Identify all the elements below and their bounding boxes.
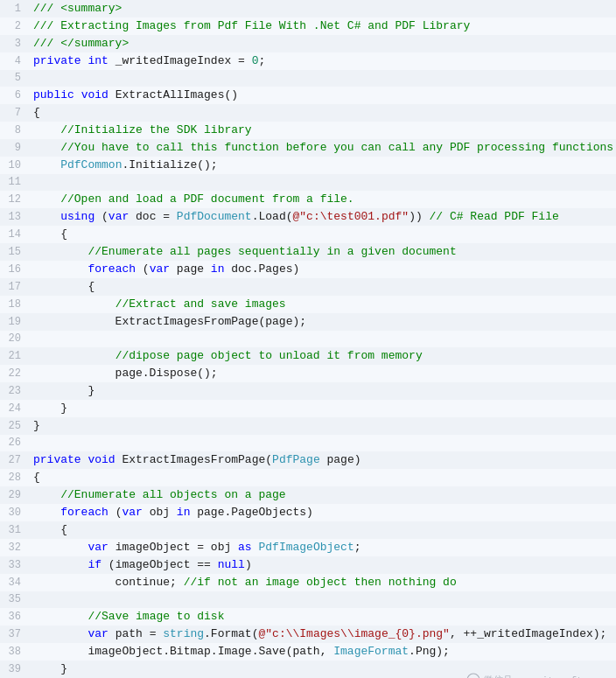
cmt-token: //Open and load a PDF document from a fi… — [60, 192, 354, 206]
line-number: 6 — [0, 87, 28, 104]
kw2-token: PdfImageObject — [258, 541, 354, 554]
plain-token: imageObject.Bitmap.Image.Save(path, — [33, 645, 333, 658]
code-line: 13 using (var doc = PdfDocument.Load(@"c… — [0, 208, 616, 226]
plain-token: page.Dispose(); — [33, 367, 218, 380]
line-number: 3 — [0, 36, 28, 52]
line-content: //dipose page object to unload it from m… — [28, 347, 423, 364]
cmt-token: /// <summary> — [33, 2, 122, 15]
line-number: 26 — [0, 435, 28, 451]
plain-token — [33, 488, 60, 501]
plain-token — [33, 506, 60, 519]
plain-token: (imageObject == — [102, 558, 218, 571]
code-line: 27private void ExtractImagesFromPage(Pdf… — [0, 451, 616, 469]
plain-token: } — [33, 419, 40, 432]
kw-token: foreach — [60, 506, 108, 519]
code-line: 11 — [0, 174, 616, 191]
plain-token: { — [33, 280, 94, 293]
cmt-token: //if not an image object then nothing do — [184, 576, 457, 589]
kw-token: var — [108, 210, 129, 223]
line-content: //Enumerate all pages sequentially in a … — [28, 243, 457, 260]
kw-token: void — [81, 88, 108, 101]
line-number: 10 — [0, 157, 28, 174]
code-line: 8 //Initialize the SDK library — [0, 122, 616, 139]
plain-token: ExtractImagesFromPage(page); — [33, 315, 306, 328]
plain-token — [33, 349, 116, 362]
code-line: 6public void ExtractAllImages() — [0, 87, 616, 104]
line-content: { — [28, 278, 94, 295]
line-number: 9 — [0, 140, 28, 157]
line-content: imageObject.Bitmap.Image.Save(path, Imag… — [28, 643, 450, 660]
line-content: //Initialize the SDK library — [28, 122, 252, 138]
line-content: //You have to call this function before … — [28, 139, 616, 156]
cmt-token: //You have to call this function before … — [60, 141, 616, 154]
line-number: 22 — [0, 366, 28, 382]
code-line: 4private int _writedImageIndex = 0; — [0, 52, 616, 70]
line-number: 24 — [0, 401, 28, 417]
code-line: 34 continue; //if not an image object th… — [0, 574, 616, 591]
line-number: 13 — [0, 209, 28, 226]
code-line: 24 } — [0, 400, 616, 417]
plain-token: { — [33, 523, 67, 536]
kw2-token: string — [163, 627, 204, 640]
plain-token: continue; — [33, 576, 184, 589]
line-number: 11 — [0, 174, 28, 191]
line-number: 2 — [0, 18, 28, 35]
line-content: using (var doc = PdfDocument.Load(@"c:\t… — [28, 208, 559, 225]
kw2-token: PdfPage — [272, 453, 320, 466]
code-line: 19 ExtractImagesFromPage(page); — [0, 313, 616, 331]
line-number: 15 — [0, 244, 28, 261]
plain-token: ; — [354, 541, 361, 554]
kw-token: as — [238, 541, 252, 554]
code-line: 20 — [0, 331, 616, 347]
str-token: @"c:\test001.pdf" — [293, 210, 410, 223]
plain-token: , ++_writedImageIndex); — [450, 627, 606, 640]
kw-token: in — [211, 262, 225, 276]
line-content: if (imageObject == null) — [28, 556, 252, 573]
line-number: 33 — [0, 557, 28, 574]
kw-token: int — [88, 54, 108, 67]
plain-token — [33, 192, 60, 206]
code-line: 12 //Open and load a PDF document from a… — [0, 191, 616, 208]
line-content: ExtractImagesFromPage(page); — [28, 313, 306, 330]
plain-token: } — [33, 384, 94, 397]
line-number: 39 — [0, 661, 28, 678]
cmt-token: //Save image to disk — [88, 610, 224, 623]
line-content: //Enumerate all objects on a page — [28, 486, 286, 503]
line-content: { — [28, 469, 40, 486]
line-content: } — [28, 400, 67, 416]
code-line: 2/// Extracting Images from Pdf File Wit… — [0, 17, 616, 35]
plain-token — [33, 210, 60, 223]
plain-token: .Load( — [252, 210, 293, 223]
line-content: public void ExtractAllImages() — [28, 87, 238, 103]
line-number: 7 — [0, 105, 28, 122]
code-line: 16 foreach (var page in doc.Pages) — [0, 261, 616, 278]
line-number: 35 — [0, 591, 28, 608]
cmt-token: // C# Read PDF File — [430, 210, 559, 223]
line-number: 5 — [0, 70, 28, 87]
kw2-token: PdfDocument — [177, 210, 252, 223]
code-line: 18 //Extract and save images — [0, 296, 616, 313]
line-number: 27 — [0, 452, 28, 469]
kw-token: var — [88, 541, 108, 554]
code-line: 5 — [0, 70, 616, 87]
code-line: 17 { — [0, 278, 616, 296]
code-container: 1/// <summary>2/// Extracting Images fro… — [0, 0, 616, 678]
line-content: /// </summary> — [28, 35, 129, 52]
line-number: 8 — [0, 122, 28, 139]
cmt-token: //Enumerate all objects on a page — [60, 488, 285, 501]
cmt-token: //Extract and save images — [116, 297, 286, 311]
code-line: 23 } — [0, 382, 616, 400]
line-number: 25 — [0, 418, 28, 435]
line-content: foreach (var page in doc.Pages) — [28, 261, 299, 277]
line-number: 1 — [0, 1, 28, 17]
plain-token: page.PageObjects) — [190, 506, 312, 519]
plain-token: ( — [108, 506, 122, 519]
code-line: 38 imageObject.Bitmap.Image.Save(path, I… — [0, 643, 616, 661]
kw-token: in — [177, 506, 191, 519]
plain-token: doc = — [129, 210, 177, 223]
plain-token: obj — [143, 506, 177, 519]
code-line: 32 var imageObject = obj as PdfImageObje… — [0, 539, 616, 556]
plain-token — [33, 627, 88, 640]
line-number: 34 — [0, 575, 28, 591]
plain-token — [33, 610, 88, 623]
